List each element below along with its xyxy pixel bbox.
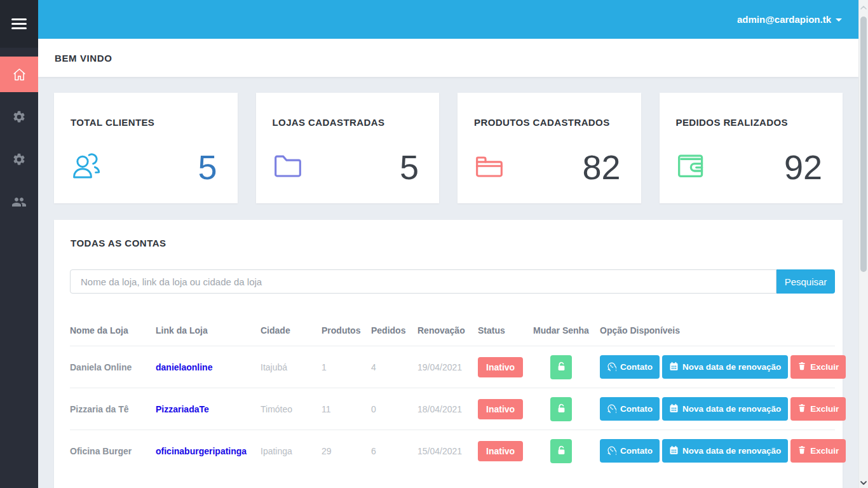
users-icon [11,194,27,210]
page-header: BEM VINDO [38,39,858,77]
scroll-up-icon[interactable] [860,3,867,10]
stores-folder-icon [271,150,304,182]
status-badge: Inativo [478,441,523,461]
table-row: Daniela Online danielaonline Itajubá 1 4… [70,346,835,388]
accounts-table: Nome da Loja Link da Loja Cidade Produto… [70,316,835,472]
status-badge: Inativo [478,357,523,377]
search-button[interactable]: Pesquisar [776,269,835,294]
store-orders: 6 [371,430,417,472]
store-renewal: 15/04/2021 [417,430,478,472]
col-header-password: Mudar Senha [533,316,600,346]
store-orders: 4 [371,346,417,388]
row-actions: Contato Nova data de renovação Excluir [600,439,832,463]
store-city: Ipatinga [261,430,322,472]
change-password-button[interactable] [550,397,572,421]
store-city: Timóteo [261,388,322,430]
clients-icon [69,149,104,182]
whatsapp-icon [607,403,616,415]
store-name: Oficina Burger [70,430,156,472]
store-products: 1 [322,346,371,388]
page-title: BEM VINDO [55,53,112,64]
renew-date-button[interactable]: Nova data de renovação [662,397,788,421]
store-link[interactable]: danielaonline [156,362,212,372]
sidebar-item-settings-2[interactable] [0,142,38,177]
col-header-link: Link da Loja [156,316,261,346]
row-actions: Contato Nova data de renovação Excluir [600,397,832,421]
home-icon [11,67,27,83]
calendar-icon [669,445,679,457]
delete-button[interactable]: Excluir [790,355,846,379]
store-city: Itajubá [261,346,322,388]
trash-icon [797,445,806,456]
scroll-down-icon[interactable] [860,478,867,485]
sidebar-item-settings-1[interactable] [0,99,38,135]
delete-button[interactable]: Excluir [790,439,846,463]
scrollbar-thumb[interactable] [860,17,867,272]
stat-card-clients: TOTAL CLIENTES 5 [54,93,238,203]
trash-icon [797,362,806,372]
stat-label: PEDIDOS REALIZADOS [676,117,827,128]
row-actions: Contato Nova data de renovação Excluir [600,355,832,379]
table-header-row: Nome da Loja Link da Loja Cidade Produto… [70,316,835,346]
renew-date-button[interactable]: Nova data de renovação [662,439,788,463]
delete-button[interactable]: Excluir [790,397,846,421]
search-bar: Pesquisar [70,269,835,294]
stat-card-stores: LOJAS CADASTRADAS 5 [256,93,440,203]
change-password-button[interactable] [550,355,572,379]
stat-value: 92 [784,150,822,184]
store-renewal: 19/04/2021 [417,346,478,388]
sidebar-item-home[interactable] [0,57,38,92]
search-input[interactable] [70,269,776,294]
change-password-button[interactable] [550,439,572,463]
gear-icon [12,110,26,124]
main-content: TOTAL CLIENTES 5 LOJAS CADASTRADAS 5 [38,77,858,488]
store-link[interactable]: oficinaburgeripatinga [156,446,247,456]
menu-icon [11,16,27,32]
whatsapp-icon [607,362,616,373]
sidebar-item-users[interactable] [0,184,38,220]
store-orders: 0 [371,388,417,430]
sidebar [0,0,38,488]
store-name: Pizzaria da Tê [70,388,156,430]
store-link[interactable]: PizzariadaTe [156,404,209,414]
user-dropdown[interactable]: admin@cardapion.tk [737,14,842,25]
contact-button[interactable]: Contato [600,397,660,421]
col-header-renewal: Renovação [417,316,478,346]
unlock-icon [556,403,567,416]
col-header-status: Status [478,316,533,346]
products-folder-icon [473,150,506,182]
table-row: Oficina Burger oficinaburgeripatinga Ipa… [70,430,835,472]
calendar-icon [669,403,679,415]
col-header-options: Opção Disponíveis [600,316,835,346]
store-name: Daniela Online [70,346,156,388]
scrollbar[interactable] [858,0,868,488]
renew-date-button[interactable]: Nova data de renovação [662,355,788,379]
gear-icon [12,152,26,166]
table-row: Pizzaria da Tê PizzariadaTe Timóteo 11 0… [70,388,835,430]
stat-value: 5 [198,150,217,184]
status-badge: Inativo [478,399,523,419]
col-header-products: Produtos [322,316,371,346]
unlock-icon [556,361,567,374]
orders-wallet-icon [675,150,708,182]
col-header-city: Cidade [261,316,322,346]
contact-button[interactable]: Contato [600,439,660,463]
store-products: 29 [322,430,371,472]
stat-cards: TOTAL CLIENTES 5 LOJAS CADASTRADAS 5 [54,93,843,203]
unlock-icon [556,445,567,458]
calendar-icon [669,362,679,373]
stat-card-products: PRODUTOS CADASTRADOS 82 [458,93,641,203]
accounts-panel: TODAS AS CONTAS Pesquisar Nome da Loja L… [54,220,843,488]
whatsapp-icon [607,445,616,457]
store-products: 11 [322,388,371,430]
stat-label: PRODUTOS CADASTRADOS [474,117,625,128]
col-header-orders: Pedidos [371,316,417,346]
contact-button[interactable]: Contato [600,355,660,379]
store-renewal: 18/04/2021 [417,388,478,430]
stat-value: 82 [582,150,620,184]
stat-label: TOTAL CLIENTES [71,117,221,128]
sidebar-toggle[interactable] [0,0,38,48]
stat-value: 5 [400,150,419,184]
accounts-title: TODAS AS CONTAS [71,238,835,248]
user-email: admin@cardapion.tk [737,14,831,25]
